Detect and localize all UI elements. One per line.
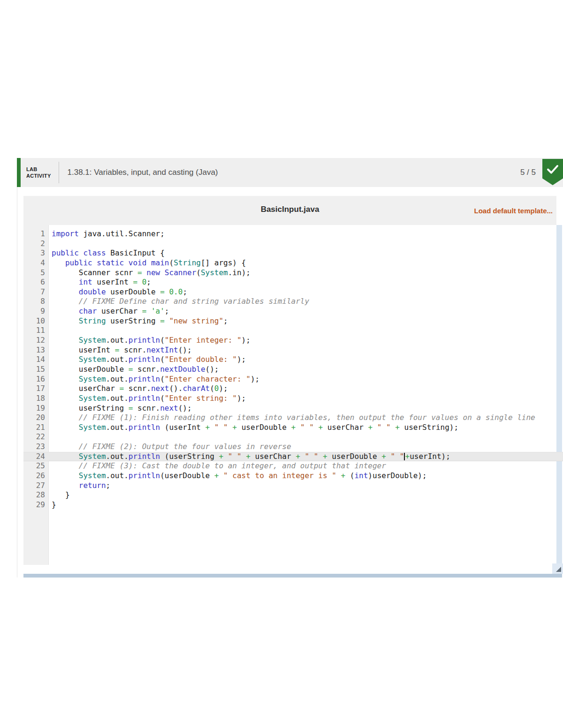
line-number: 10 xyxy=(23,316,49,326)
activity-container-border xyxy=(17,187,17,578)
line-number: 15 xyxy=(23,365,49,375)
code-text: // FIXME Define char and string variable… xyxy=(49,297,309,307)
code-text: // FIXME (1): Finish reading other items… xyxy=(49,413,535,423)
line-number: 21 xyxy=(23,423,49,433)
code-text xyxy=(49,432,52,442)
code-line[interactable]: 17 userChar = scnr.next().charAt(0); xyxy=(23,384,563,394)
code-text: System.out.println("Enter double: "); xyxy=(49,355,246,365)
line-number: 18 xyxy=(23,394,49,404)
lab-activity-label-line2: ACTIVITY xyxy=(26,173,51,179)
line-number: 3 xyxy=(23,248,49,258)
code-line[interactable]: 16 System.out.println("Enter character: … xyxy=(23,375,563,384)
code-text: // FIXME (3): Cast the double to an inte… xyxy=(49,461,386,471)
code-line[interactable]: 7 double userDouble = 0.0; xyxy=(23,287,563,297)
line-number: 19 xyxy=(23,404,49,413)
green-accent-bar xyxy=(17,158,21,187)
completion-badge xyxy=(542,159,563,185)
line-number: 7 xyxy=(23,287,49,297)
line-number: 11 xyxy=(23,326,49,336)
code-line[interactable]: 22 xyxy=(23,432,563,442)
code-text xyxy=(49,326,52,336)
header-divider xyxy=(59,162,59,183)
line-number: 6 xyxy=(23,278,49,287)
code-line[interactable]: 26 System.out.println(userDouble + " cas… xyxy=(23,471,563,481)
line-number: 8 xyxy=(23,297,49,307)
code-text: char userChar = 'a'; xyxy=(49,307,169,316)
code-line[interactable]: 24 System.out.println (userString + " " … xyxy=(23,452,563,462)
code-text: userChar = scnr.next().charAt(0); xyxy=(49,384,228,394)
activity-title: 1.38.1: Variables, input, and casting (J… xyxy=(68,168,218,177)
line-number: 22 xyxy=(23,432,49,442)
code-line[interactable]: 2 xyxy=(23,239,563,249)
code-text: } xyxy=(49,490,70,500)
code-text: } xyxy=(49,500,56,510)
code-text: return; xyxy=(49,481,110,491)
code-text: System.out.println (userString + " " + u… xyxy=(49,452,450,462)
code-line[interactable]: 5 Scanner scnr = new Scanner(System.in); xyxy=(23,268,563,278)
resize-grip-icon xyxy=(556,567,561,572)
line-number: 26 xyxy=(23,471,49,481)
editor-file-header: BasicInput.java Load default template... xyxy=(23,196,556,225)
code-line[interactable]: 21 System.out.println (userInt + " " + u… xyxy=(23,423,563,433)
lab-activity-label-line1: LAB xyxy=(26,166,51,173)
code-line[interactable]: 10 String userString = "new string"; xyxy=(23,316,563,326)
code-line[interactable]: 11 xyxy=(23,326,563,336)
code-text: // FIXME (2): Output the four values in … xyxy=(49,442,291,452)
code-text xyxy=(49,239,52,249)
code-text: userDouble = scnr.nextDouble(); xyxy=(49,365,219,375)
code-text: String userString = "new string"; xyxy=(49,316,228,326)
lab-activity-header: LAB ACTIVITY 1.38.1: Variables, input, a… xyxy=(17,158,563,187)
code-line[interactable]: 14 System.out.println("Enter double: "); xyxy=(23,355,563,365)
code-text: System.out.println("Enter character: "); xyxy=(49,375,259,384)
resize-handle[interactable] xyxy=(552,563,563,574)
code-line[interactable]: 4 public static void main(String[] args)… xyxy=(23,258,563,268)
lab-activity-label: LAB ACTIVITY xyxy=(26,166,51,179)
line-number: 5 xyxy=(23,268,49,278)
checkmark-icon xyxy=(546,164,559,175)
code-line[interactable]: 12 System.out.println("Enter integer: ")… xyxy=(23,336,563,345)
code-line[interactable]: 3public class BasicInput { xyxy=(23,248,563,258)
code-line[interactable]: 28 } xyxy=(23,490,563,500)
code-line[interactable]: 19 userString = scnr.next(); xyxy=(23,404,563,413)
code-editor[interactable]: 1import java.util.Scanner;23public class… xyxy=(23,225,563,574)
code-line[interactable]: 13 userInt = scnr.nextInt(); xyxy=(23,345,563,355)
code-line[interactable]: 15 userDouble = scnr.nextDouble(); xyxy=(23,365,563,375)
code-line[interactable]: 8 // FIXME Define char and string variab… xyxy=(23,297,563,307)
code-line[interactable]: 23 // FIXME (2): Output the four values … xyxy=(23,442,563,452)
load-default-template-link[interactable]: Load default template... xyxy=(474,207,553,215)
line-number: 14 xyxy=(23,355,49,365)
line-number: 28 xyxy=(23,490,49,500)
code-text: import java.util.Scanner; xyxy=(49,229,165,239)
line-number: 1 xyxy=(23,229,49,239)
code-line[interactable]: 25 // FIXME (3): Cast the double to an i… xyxy=(23,461,563,471)
code-text: Scanner scnr = new Scanner(System.in); xyxy=(49,268,251,278)
line-number: 17 xyxy=(23,384,49,394)
line-number: 12 xyxy=(23,336,49,345)
code-text: System.out.println (userInt + " " + user… xyxy=(49,423,458,433)
code-line[interactable]: 18 System.out.println("Enter string: "); xyxy=(23,394,563,404)
code-text: System.out.println("Enter string: "); xyxy=(49,394,246,404)
code-text: public class BasicInput { xyxy=(49,248,165,258)
code-text: userString = scnr.next(); xyxy=(49,404,192,413)
score-text: 5 / 5 xyxy=(520,168,536,177)
code-line[interactable]: 20 // FIXME (1): Finish reading other it… xyxy=(23,413,563,423)
code-line[interactable]: 6 int userInt = 0; xyxy=(23,278,563,287)
code-text: int userInt = 0; xyxy=(49,278,151,287)
line-number: 20 xyxy=(23,413,49,423)
code-lines: 1import java.util.Scanner;23public class… xyxy=(23,229,563,510)
code-line[interactable]: 29} xyxy=(23,500,563,510)
line-number: 9 xyxy=(23,307,49,316)
code-text: System.out.println("Enter integer: "); xyxy=(49,336,251,345)
line-number: 24 xyxy=(23,452,49,462)
code-line[interactable]: 27 return; xyxy=(23,481,563,491)
line-number: 13 xyxy=(23,345,49,355)
line-number: 16 xyxy=(23,375,49,384)
code-text: userInt = scnr.nextInt(); xyxy=(49,345,192,355)
code-line[interactable]: 1import java.util.Scanner; xyxy=(23,229,563,239)
horizontal-scrollbar[interactable] xyxy=(23,574,562,578)
line-number: 25 xyxy=(23,461,49,471)
code-line[interactable]: 9 char userChar = 'a'; xyxy=(23,307,563,316)
line-number: 4 xyxy=(23,258,49,268)
code-text: double userDouble = 0.0; xyxy=(49,287,187,297)
line-number: 23 xyxy=(23,442,49,452)
